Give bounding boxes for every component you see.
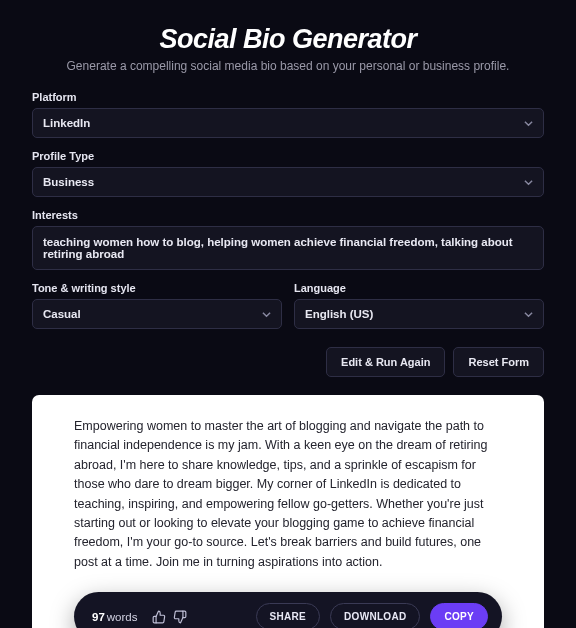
profile-type-select[interactable]: Business <box>32 167 544 197</box>
page-title: Social Bio Generator <box>32 24 544 55</box>
thumbs-up-icon[interactable] <box>151 609 166 624</box>
word-count-number: 97 <box>92 611 105 623</box>
form-actions: Edit & Run Again Reset Form <box>32 347 544 377</box>
field-language: Language English (US) <box>294 282 544 329</box>
language-select[interactable]: English (US) <box>294 299 544 329</box>
chevron-down-icon <box>524 178 533 187</box>
chevron-down-icon <box>262 310 271 319</box>
platform-value: LinkedIn <box>43 117 90 129</box>
edit-run-again-button[interactable]: Edit & Run Again <box>326 347 445 377</box>
field-platform: Platform LinkedIn <box>32 91 544 138</box>
copy-button[interactable]: COPY <box>430 603 488 628</box>
reset-form-button[interactable]: Reset Form <box>453 347 544 377</box>
word-count-label: words <box>107 611 138 623</box>
platform-select[interactable]: LinkedIn <box>32 108 544 138</box>
interests-label: Interests <box>32 209 544 221</box>
result-card: Empowering women to master the art of bl… <box>32 395 544 628</box>
word-count: 97words <box>92 611 137 623</box>
language-value: English (US) <box>305 308 373 320</box>
page-root: Social Bio Generator Generate a compelli… <box>0 0 576 628</box>
share-button[interactable]: SHARE <box>256 603 321 628</box>
thumbs-down-icon[interactable] <box>172 609 187 624</box>
interests-input[interactable]: teaching women how to blog, helping wome… <box>32 226 544 270</box>
bio-output: Empowering women to master the art of bl… <box>74 417 502 572</box>
language-label: Language <box>294 282 544 294</box>
profile-type-value: Business <box>43 176 94 188</box>
interests-value: teaching women how to blog, helping wome… <box>43 236 513 260</box>
chevron-down-icon <box>524 119 533 128</box>
chevron-down-icon <box>524 310 533 319</box>
platform-label: Platform <box>32 91 544 103</box>
page-subtitle: Generate a compelling social media bio b… <box>32 59 544 73</box>
field-tone: Tone & writing style Casual <box>32 282 282 329</box>
tone-label: Tone & writing style <box>32 282 282 294</box>
download-button[interactable]: DOWNLOAD <box>330 603 420 628</box>
feedback-group <box>151 609 187 624</box>
profile-type-label: Profile Type <box>32 150 544 162</box>
result-toolbar: 97words SHARE DOWNLOAD COPY <box>74 592 502 628</box>
tone-value: Casual <box>43 308 81 320</box>
field-profile-type: Profile Type Business <box>32 150 544 197</box>
field-interests: Interests teaching women how to blog, he… <box>32 209 544 270</box>
tone-select[interactable]: Casual <box>32 299 282 329</box>
